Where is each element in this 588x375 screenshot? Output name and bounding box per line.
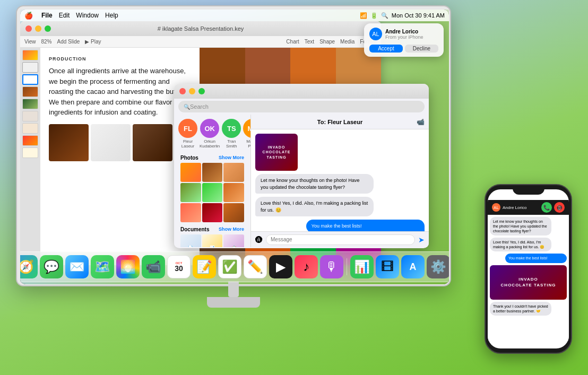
dock-icon-appstore[interactable]: A [401,255,425,278]
fullscreen-button[interactable] [45,25,51,32]
slides-panel[interactable] [20,48,40,265]
dock-icon-numbers[interactable]: 📊 [350,255,374,278]
toolbar-media[interactable]: Media [340,39,354,45]
messages-minimize[interactable] [189,88,195,94]
call-buttons: 📞 📵 [541,202,565,213]
notification-actions: Accept Decline [369,45,438,53]
dock-icon-keynote[interactable]: 🎞 [376,255,399,278]
avatar-tran: TS [222,119,241,138]
name-tran: Tran Smith [222,139,241,149]
iphone-card-text: INVADO CHOCOLATE TASTING [501,276,556,288]
flyer-text-invado: INVADO [268,145,286,150]
notification-header: AL Andre Lorico From your iPhone [369,28,438,40]
close-button[interactable] [25,25,32,32]
dock-icon-podcasts[interactable]: 🎙 [320,255,343,278]
call-answer-button[interactable]: 📞 [541,202,552,213]
dock-icon-messages[interactable]: 💬 [40,255,63,278]
dock-icon-music[interactable]: ♪ [295,255,318,278]
menu-window[interactable]: Window [76,12,99,19]
caller-name: Andre Lorico [503,205,526,210]
decline-button[interactable]: Decline [405,45,438,53]
menu-edit[interactable]: Edit [59,12,70,19]
accept-button[interactable]: Accept [369,45,403,53]
photo-5 [202,183,223,202]
dock-icon-photos[interactable]: 🌅 [116,255,140,278]
dock-icon-appletv[interactable]: ▶ [269,255,292,278]
dock-icon-system-prefs[interactable]: ⚙️ [427,255,449,278]
date-time: Mon Oct 30 9:41 AM [392,12,445,19]
stand-base [207,297,260,308]
slide-thumb-3[interactable] [22,74,38,85]
contact-orkun[interactable]: OK Orkun Kudaberlin [200,119,220,149]
dock-icon-reminders[interactable]: ✅ [218,255,241,278]
production-label: PRODUCTION [49,56,191,62]
toolbar-chart[interactable]: Chart [286,39,299,45]
dock-icon-maps[interactable]: 🗺️ [91,255,114,278]
messages-window: 🔍 Search FL Fleur Laseur OK [174,84,429,248]
doc-1: 📄 [180,234,201,247]
monitor-stand [207,281,260,313]
messages-close[interactable] [179,88,186,94]
slide-thumb-5[interactable] [22,99,38,109]
docs-show-more[interactable]: Show More [219,226,244,232]
photo-2 [202,163,223,182]
dock-icon-notes[interactable]: 📝 [193,255,216,278]
slide-thumb-6[interactable] [22,111,38,121]
bubble-3: You make the best lists! [306,220,425,231]
messages-fullscreen[interactable] [198,88,205,94]
dock-icon-mail[interactable]: ✉️ [65,255,89,278]
slide-thumb-7[interactable] [22,123,38,134]
notification-banner: AL Andre Lorico From your iPhone Accept … [364,23,444,57]
apple-menu[interactable]: 🍎 [24,12,33,20]
dock-icon-freeform[interactable]: ✏️ [244,255,267,278]
contact-tran[interactable]: TS Tran Smith [222,119,241,149]
contact-fleur[interactable]: FL Fleur Laseur [178,119,197,149]
slide-thumb-1[interactable] [22,50,38,60]
avatar-fleur: FL [178,119,197,138]
search-icon[interactable]: 🔍 [381,12,388,19]
toolbar-zoom[interactable]: 82% [41,39,52,45]
flyer-text-tasting: TASTING [266,155,286,160]
photos-grid [180,163,244,222]
slide-image-3 [133,124,172,161]
send-icon[interactable]: ➤ [418,236,425,244]
slide-thumb-8[interactable] [22,135,38,146]
iphone-messages-content: Let me know your thoughts on the photo! … [488,215,569,341]
toolbar-addslide[interactable]: Add Slide [57,39,80,45]
chat-video-icon[interactable]: 📹 [417,118,425,126]
menu-file[interactable]: File [41,12,53,19]
call-end-button[interactable]: 📵 [554,202,565,213]
iphone-bubble-2: Love this! Yes, I did. Also, I'm making … [490,238,551,251]
toolbar-shape[interactable]: Shape [319,39,335,45]
messages-search-bar[interactable]: 🔍 Search [178,101,425,112]
iphone-bubble-3: You make the best lists! [505,254,567,263]
dock-icon-safari[interactable]: 🧭 [20,255,38,278]
slide-thumb-2[interactable] [22,62,38,73]
slide-image-1 [49,124,89,161]
dock-icon-facetime[interactable]: 📹 [142,255,165,278]
iphone-screen: AL Andre Lorico 📞 📵 Let me know your tho… [488,189,569,348]
menu-bar: 🍎 File Edit Window Help 📶 🔋 🔍 Mon Oct 30… [20,10,449,21]
toolbar-text[interactable]: Text [305,39,314,45]
wifi-icon[interactable]: 📶 [360,12,367,19]
photos-show-more[interactable]: Show More [219,155,244,161]
message-input[interactable] [266,234,415,245]
battery-icon: 🔋 [370,12,378,19]
slide-thumb-4[interactable] [22,86,38,97]
toolbar-play[interactable]: ▶ Play [85,39,101,45]
name-orkun: Orkun Kudaberlin [200,139,220,149]
menu-help[interactable]: Help [105,12,118,19]
slide-thumb-9[interactable] [22,147,38,158]
keynote-window-title: # iklagate Salsa Presentation.key [158,25,244,32]
contact-mayori[interactable]: MP Mayori Patel [243,119,251,149]
toolbar-view[interactable]: View [24,39,36,45]
notif-name: Andre Lorico [385,29,423,34]
menu-bar-right: 📶 🔋 🔍 Mon Oct 30 9:41 AM [360,12,445,19]
dock-icon-calendar[interactable]: Oct 30 [167,255,191,278]
minimize-button[interactable] [35,25,41,32]
notif-info: Andre Lorico From your iPhone [385,29,423,40]
iphone-image-card: INVADO CHOCOLATE TASTING [490,265,567,300]
apps-icon[interactable]: 🅐 [255,236,263,244]
photo-3 [223,163,244,182]
keynote-titlebar: # iklagate Salsa Presentation.key [20,21,381,36]
